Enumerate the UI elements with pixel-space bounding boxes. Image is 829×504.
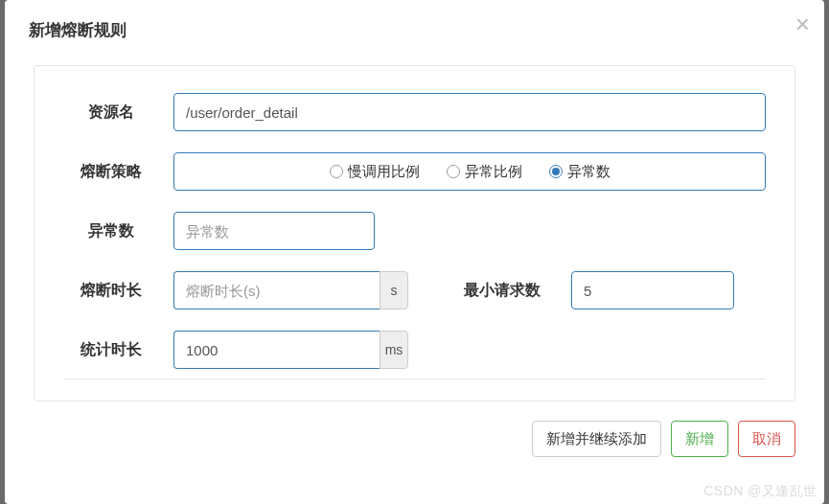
modal-title: 新增熔断规则 [29, 19, 800, 41]
label-exception-count: 异常数 [63, 221, 173, 241]
row-stat-duration: 统计时长 ms [63, 331, 766, 369]
radio-icon-checked [549, 165, 563, 178]
row-strategy: 熔断策略 慢调用比例 异常比例 异常数 [63, 152, 766, 191]
radio-icon [330, 165, 343, 178]
radio-slow-call[interactable]: 慢调用比例 [330, 163, 420, 181]
cancel-button[interactable]: 取消 [738, 421, 795, 457]
exception-count-input[interactable] [173, 212, 375, 250]
break-duration-unit: s [380, 271, 408, 309]
row-resource: 资源名 [63, 93, 766, 131]
modal: 新增熔断规则 × 资源名 熔断策略 慢调用比例 [5, 0, 824, 504]
form-panel: 资源名 熔断策略 慢调用比例 异常比例 [34, 65, 795, 401]
row-duration-min: 熔断时长 s 最小请求数 [63, 271, 766, 309]
modal-header: 新增熔断规则 × [5, 0, 824, 60]
strategy-radio-group: 慢调用比例 异常比例 异常数 [173, 152, 766, 191]
break-duration-input[interactable] [173, 271, 380, 309]
radio-error-count[interactable]: 异常数 [549, 163, 610, 181]
stat-duration-group: ms [173, 331, 408, 369]
min-requests-input[interactable] [571, 271, 734, 309]
modal-footer: 新增并继续添加 新增 取消 [5, 401, 824, 476]
stat-duration-unit: ms [380, 331, 408, 369]
divider [63, 378, 766, 379]
modal-body: 资源名 熔断策略 慢调用比例 异常比例 [5, 60, 824, 401]
radio-label-error-ratio: 异常比例 [465, 163, 522, 181]
radio-label-error-count: 异常数 [567, 163, 610, 181]
radio-icon [447, 165, 460, 178]
radio-error-ratio[interactable]: 异常比例 [447, 163, 522, 181]
label-strategy: 熔断策略 [63, 162, 173, 182]
add-continue-button[interactable]: 新增并继续添加 [532, 421, 661, 457]
add-button[interactable]: 新增 [671, 421, 728, 457]
break-duration-group: s [173, 271, 408, 309]
close-icon[interactable]: × [795, 11, 810, 36]
row-exception-count: 异常数 [63, 212, 766, 250]
label-stat-duration: 统计时长 [63, 340, 173, 360]
radio-label-slow: 慢调用比例 [348, 163, 420, 181]
stat-duration-input[interactable] [173, 331, 380, 369]
label-break-duration: 熔断时长 [63, 281, 173, 301]
label-resource: 资源名 [63, 103, 173, 123]
label-min-requests: 最小请求数 [447, 281, 571, 301]
resource-input[interactable] [173, 93, 766, 131]
